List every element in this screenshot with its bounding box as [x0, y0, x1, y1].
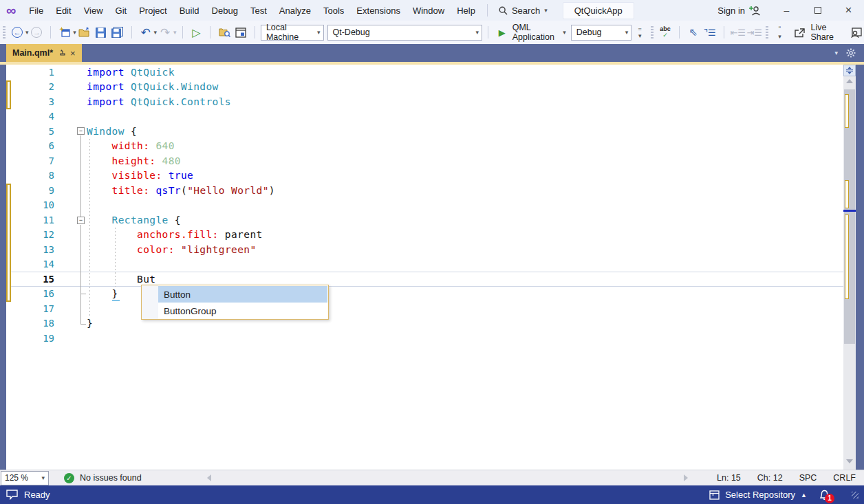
code-line-11[interactable]: 11 Rectangle {	[6, 212, 843, 228]
scroll-down-arrow[interactable]	[846, 459, 853, 463]
code-line-12[interactable]: 12 anchors.fill: parent	[6, 228, 843, 243]
issues-status[interactable]: No issues found	[80, 473, 142, 483]
code-line-13[interactable]: 13 color: "lightgreen"	[6, 242, 843, 257]
menu-extensions[interactable]: Extensions	[350, 3, 407, 19]
code-line-10[interactable]: 10	[6, 198, 843, 213]
menu-project[interactable]: Project	[133, 3, 173, 19]
code-line-9[interactable]: 9 title: qsTr("Hello World")	[6, 183, 843, 198]
tab-main-qml[interactable]: Main.qml* ×	[6, 44, 82, 62]
maximize-button[interactable]	[802, 0, 833, 21]
select-to-caret-button[interactable]: ⇖	[686, 24, 701, 41]
vertical-scrollbar[interactable]	[843, 65, 856, 470]
open-file-button[interactable]	[77, 24, 92, 41]
code-line-19[interactable]: 19	[6, 331, 843, 346]
live-share-label[interactable]: Live Share	[811, 23, 843, 42]
menu-test[interactable]: Test	[244, 3, 273, 19]
select-repository-button[interactable]: Select Repository	[725, 490, 795, 500]
menu-tools[interactable]: Tools	[317, 3, 350, 19]
menu-git[interactable]: Git	[109, 3, 133, 19]
run-button[interactable]: ▶	[495, 24, 510, 41]
save-all-button[interactable]	[110, 24, 125, 41]
spaces-indicator[interactable]: SPC	[791, 473, 825, 483]
hscroll-left-arrow[interactable]	[207, 474, 211, 481]
code-editor[interactable]: 1import QtQuick2import QtQuick.Window3im…	[6, 65, 843, 470]
fold-collapse-box[interactable]: −	[77, 127, 85, 135]
completion-item-button[interactable]: Button	[158, 286, 327, 303]
feedback-icon[interactable]	[6, 490, 18, 500]
code-line-8[interactable]: 8 visible: true	[6, 168, 843, 184]
resize-grip[interactable]	[852, 492, 858, 498]
code-line-16[interactable]: 16 }	[6, 287, 843, 302]
minimize-button[interactable]: –	[771, 0, 802, 21]
code-line-1[interactable]: 1import QtQuick	[6, 65, 843, 80]
line-ending-indicator[interactable]: CRLF	[825, 473, 864, 483]
code-line-7[interactable]: 7 height: 480	[6, 153, 843, 168]
code-line-15[interactable]: 15 But	[6, 272, 843, 287]
menu-help[interactable]: Help	[451, 3, 482, 19]
menu-edit[interactable]: Edit	[50, 3, 77, 19]
code-line-2[interactable]: 2import QtQuick.Window	[6, 80, 843, 95]
new-project-button[interactable]	[57, 24, 72, 41]
comment-overflow-button[interactable]: “▾	[773, 24, 788, 41]
menu-debug[interactable]: Debug	[206, 3, 244, 19]
redo-button[interactable]: ↷	[158, 24, 173, 41]
toolbar-overflow-button[interactable]: =▾	[632, 24, 647, 41]
splitter-button[interactable]	[843, 65, 856, 76]
save-button[interactable]	[94, 24, 109, 41]
attach-to-process-button[interactable]	[233, 24, 248, 41]
menu-file[interactable]: File	[23, 3, 50, 19]
menu-analyze[interactable]: Analyze	[273, 3, 317, 19]
close-button[interactable]: ×	[833, 0, 864, 21]
start-without-debugging-button[interactable]: ▷	[188, 24, 204, 41]
code-line-14[interactable]: 14	[6, 257, 843, 272]
new-project-dropdown[interactable]: ▾	[73, 29, 76, 36]
navigate-forward-button[interactable]: →	[29, 24, 44, 41]
increase-indent-button[interactable]: ⇥☰	[747, 24, 762, 41]
sign-in-button[interactable]: Sign in	[717, 6, 762, 16]
code-line-5[interactable]: 5Window {	[6, 124, 843, 139]
run-dropdown[interactable]: ▾	[563, 29, 566, 36]
toolbar-grip[interactable]	[651, 26, 654, 39]
line-text: import QtQuick.Window	[54, 81, 219, 92]
completion-item-buttongroup[interactable]: ButtonGroup	[158, 303, 327, 319]
live-share-button[interactable]	[792, 24, 808, 41]
run-label[interactable]: QML Application	[512, 23, 561, 42]
navigate-back-button[interactable]: ←	[10, 24, 25, 41]
zoom-level-combobox[interactable]: 125 % ▾	[1, 471, 49, 485]
notifications-button[interactable]: 1	[819, 490, 830, 501]
column-indicator[interactable]: Ch: 12	[749, 473, 791, 483]
code-line-6[interactable]: 6 width: 640	[6, 139, 843, 154]
tab-close-icon[interactable]: ×	[70, 48, 76, 58]
code-line-17[interactable]: 17	[6, 301, 843, 316]
line-indicator[interactable]: Ln: 15	[709, 473, 749, 483]
pin-icon[interactable]	[58, 50, 65, 57]
redo-dropdown[interactable]: ▾	[173, 29, 177, 36]
fold-collapse-box[interactable]: −	[77, 217, 85, 224]
hscroll-right-arrow[interactable]	[684, 474, 688, 481]
tab-list-dropdown[interactable]: ▾	[834, 50, 838, 56]
find-in-files-button[interactable]	[217, 24, 232, 41]
navigate-back-dropdown[interactable]: ▾	[25, 29, 29, 36]
scroll-up-arrow[interactable]	[846, 79, 853, 83]
spell-check-button[interactable]: abc ✓	[658, 24, 673, 41]
code-line-18[interactable]: 18}	[6, 316, 843, 331]
intellisense-popup[interactable]: ButtonButtonGroup	[141, 285, 329, 320]
code-line-3[interactable]: 3import QtQuick.Controls	[6, 94, 843, 109]
toolbar-grip[interactable]	[766, 26, 768, 39]
search-control[interactable]: Search ▾	[493, 3, 553, 18]
build-config-combobox[interactable]: Qt-Debug ▾	[327, 25, 482, 41]
decrease-indent-button[interactable]: ⇤☰	[731, 24, 746, 41]
undo-button[interactable]: ↶	[138, 24, 153, 41]
format-document-button[interactable]: ⌝☰	[702, 24, 717, 41]
solution-config-combobox[interactable]: Debug ▾	[571, 25, 631, 41]
menu-window[interactable]: Window	[407, 3, 451, 19]
editor-options-gear-icon[interactable]	[846, 48, 856, 58]
solution-name[interactable]: QtQuickApp	[563, 2, 634, 19]
toolbar-grip[interactable]	[3, 26, 6, 39]
code-line-4[interactable]: 4	[6, 109, 843, 124]
menu-build[interactable]: Build	[173, 3, 206, 19]
collaborators-button[interactable]	[848, 24, 863, 41]
menu-view[interactable]: View	[78, 3, 109, 19]
target-machine-combobox[interactable]: Local Machine ▾	[261, 25, 324, 41]
undo-dropdown[interactable]: ▾	[154, 29, 158, 36]
